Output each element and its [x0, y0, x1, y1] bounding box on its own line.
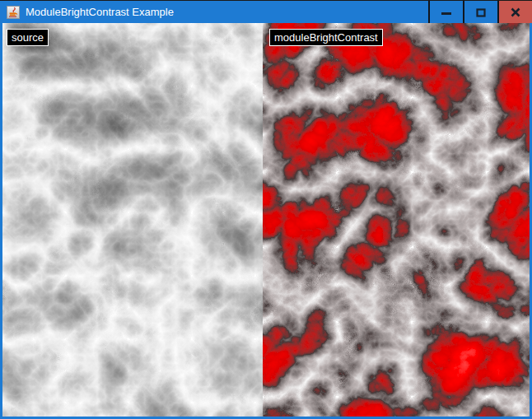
content-area: source moduleBrightContrast: [2, 23, 530, 417]
titlebar[interactable]: ModuleBrightContrast Example: [0, 0, 532, 23]
panel-source: source: [2, 23, 263, 417]
panel-label-module-bright-contrast: moduleBrightContrast: [269, 29, 383, 46]
minimize-button[interactable]: [430, 1, 463, 23]
window-controls: [428, 1, 532, 23]
java-coffee-cup-icon: [7, 6, 20, 19]
maximize-button[interactable]: [464, 1, 497, 23]
source-noise-image: [2, 23, 263, 417]
close-button[interactable]: [499, 1, 532, 23]
app-window: ModuleBrightContrast Example: [0, 0, 532, 419]
close-icon: [511, 7, 520, 17]
maximize-icon: [476, 7, 486, 17]
panel-module-bright-contrast: moduleBrightContrast: [263, 23, 530, 417]
panel-label-source: source: [7, 29, 49, 46]
window-title: ModuleBrightContrast Example: [26, 6, 428, 18]
minimize-icon: [441, 8, 451, 16]
module-bright-contrast-image: [263, 23, 530, 417]
